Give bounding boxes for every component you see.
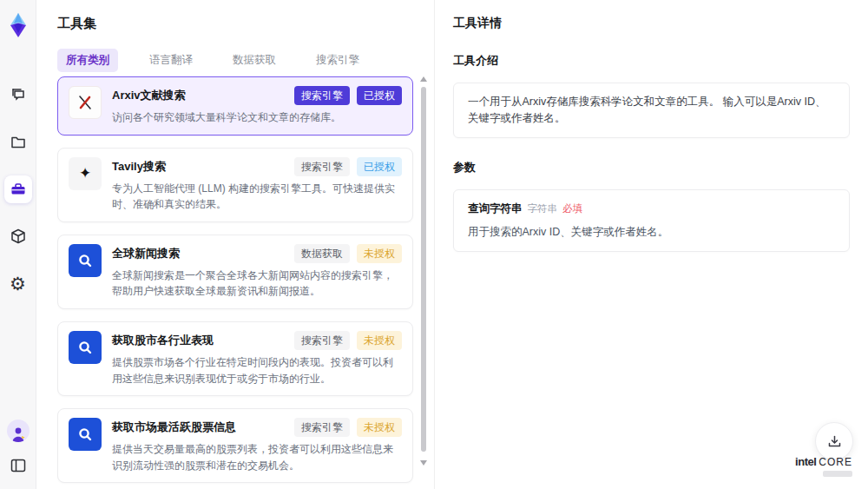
download-icon [827, 434, 842, 449]
category-badge: 搜索引擎 [294, 86, 350, 105]
param-type: 字符串 [528, 202, 558, 216]
stock-search-icon [69, 331, 102, 364]
sidebar-item-toolbox[interactable] [4, 175, 32, 203]
toolset-panel: 工具集 所有类别 语言翻译 数据获取 搜索引擎 Arxiv文献搜索 搜索引擎 已… [36, 0, 434, 489]
tab-all-categories[interactable]: 所有类别 [57, 49, 118, 72]
param-name: 查询字符串 [468, 201, 523, 217]
auth-badge: 未授权 [357, 244, 402, 263]
tab-language-translation[interactable]: 语言翻译 [141, 49, 201, 72]
list-scrollbar[interactable] [419, 76, 428, 478]
param-box: 查询字符串 字符串 必填 用于搜索的Arxiv ID、关键字或作者姓名。 [453, 189, 850, 253]
cube-icon [10, 228, 27, 245]
folder-icon [10, 134, 27, 151]
auth-badge: 已授权 [357, 157, 402, 176]
core-wordmark: CORE [819, 456, 852, 468]
sidebar-item-settings[interactable]: ⚙ [4, 269, 32, 297]
scroll-up-icon[interactable] [420, 76, 427, 82]
intro-heading: 工具介绍 [453, 53, 850, 69]
intel-wordmark: intel [795, 455, 816, 468]
tool-card-active-stocks[interactable]: 获取市场最活跃股票信息 搜索引擎 未授权 提供当天交易量最高的股票列表，投资者可… [57, 408, 413, 483]
scroll-down-icon[interactable] [420, 460, 427, 466]
app-logo-icon [3, 10, 33, 40]
param-required-badge: 必填 [562, 202, 582, 216]
tool-card-arxiv[interactable]: Arxiv文献搜索 搜索引擎 已授权 访问各个研究领域大量科学论文和文章的存储库… [57, 76, 413, 135]
auth-badge: 已授权 [357, 86, 402, 105]
tab-data-fetch[interactable]: 数据获取 [224, 49, 285, 72]
stock-search-icon [69, 418, 102, 451]
page-title: 工具集 [57, 16, 96, 32]
tool-card-list: Arxiv文献搜索 搜索引擎 已授权 访问各个研究领域大量科学论文和文章的存储库… [57, 76, 413, 489]
toolbox-icon [10, 181, 27, 198]
gear-icon: ⚙ [10, 274, 26, 293]
tool-title: 获取市场最活跃股票信息 [112, 418, 287, 435]
param-description: 用于搜索的Arxiv ID、关键字或作者姓名。 [468, 224, 835, 241]
sidebar-item-files[interactable] [4, 129, 32, 156]
auth-badge: 未授权 [357, 418, 402, 437]
category-badge: 搜索引擎 [294, 157, 350, 176]
intel-sub-badge [823, 471, 852, 477]
chat-icon [10, 87, 27, 104]
tab-search-engine[interactable]: 搜索引擎 [307, 49, 368, 72]
intel-core-logo: intelCORE [795, 455, 852, 477]
sidebar-item-models[interactable] [4, 222, 32, 250]
scrollbar-thumb[interactable] [421, 87, 426, 452]
tool-title: 全球新闻搜索 [112, 244, 287, 261]
category-badge: 搜索引擎 [294, 331, 350, 350]
tavily-star-icon: ✦ [69, 157, 102, 190]
tool-card-global-news[interactable]: 全球新闻搜索 数据获取 未授权 全球新闻搜索是一个聚合全球各大新闻网站内容的搜索… [57, 235, 413, 309]
params-heading: 参数 [453, 160, 850, 175]
panel-collapse-icon [10, 459, 26, 472]
sidebar-item-chat[interactable] [4, 82, 32, 109]
arxiv-logo-icon [69, 86, 102, 119]
tool-details-panel: 工具详情 工具介绍 一个用于从Arxiv存储库搜索科学论文和文章的工具。 输入可… [434, 0, 868, 489]
left-rail: ⚙ [0, 0, 36, 489]
category-badge: 数据获取 [294, 244, 350, 263]
category-tabs: 所有类别 语言翻译 数据获取 搜索引擎 [57, 49, 368, 72]
tool-description: 全球新闻搜索是一个聚合全球各大新闻网站内容的搜索引擎，帮助用户快速获取全球最新资… [112, 268, 402, 300]
tool-description: 提供股票市场各个行业在特定时间段内的表现。投资者可以利用这些信息来识别表现优于或… [112, 354, 402, 387]
intro-box: 一个用于从Arxiv存储库搜索科学论文和文章的工具。 输入可以是Arxiv ID… [453, 83, 850, 138]
tool-card-sector-performance[interactable]: 获取股市各行业表现 搜索引擎 未授权 提供股票市场各个行业在特定时间段内的表现。… [57, 321, 413, 396]
tool-description: 专为人工智能代理 (LLM) 构建的搜索引擎工具。可快速提供实时、准确和真实的结… [112, 181, 402, 213]
tool-description: 提供当天交易量最高的股票列表，投资者可以利用这些信息来识别流动性强的股票和潜在的… [112, 441, 402, 473]
auth-badge: 未授权 [357, 331, 402, 350]
collapse-sidebar-button[interactable] [7, 454, 30, 477]
tool-title: Tavily搜索 [112, 157, 287, 175]
tool-card-tavily[interactable]: ✦ Tavily搜索 搜索引擎 已授权 专为人工智能代理 (LLM) 构建的搜索… [57, 148, 413, 222]
details-title: 工具详情 [453, 16, 850, 31]
tool-title: Arxiv文献搜索 [112, 86, 287, 103]
category-badge: 搜索引擎 [294, 418, 350, 437]
news-search-icon [69, 244, 102, 277]
avatar[interactable] [7, 420, 30, 442]
tool-title: 获取股市各行业表现 [112, 331, 287, 348]
intro-text: 一个用于从Arxiv存储库搜索科学论文和文章的工具。 输入可以是Arxiv ID… [468, 96, 826, 124]
tool-description: 访问各个研究领域大量科学论文和文章的存储库。 [112, 109, 402, 126]
